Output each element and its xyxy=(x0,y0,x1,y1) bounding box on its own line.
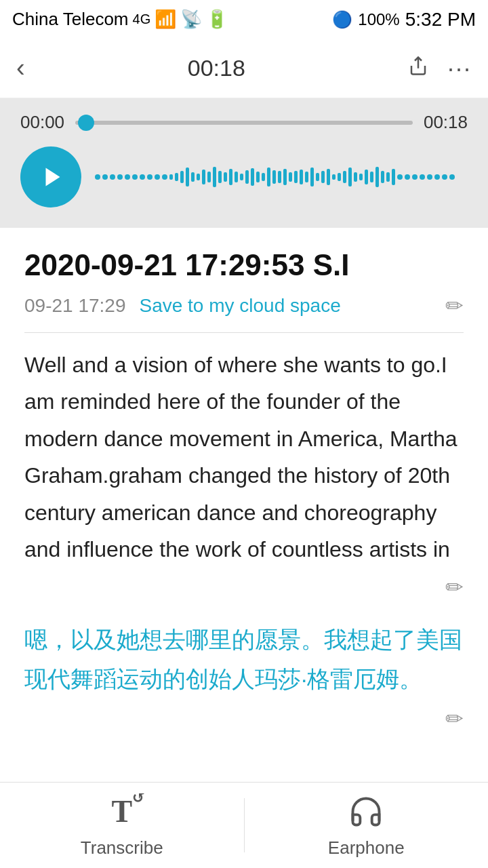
network-icon: 4G xyxy=(133,12,151,27)
bluetooth-icon: 🔵 xyxy=(332,10,352,29)
record-title: 2020-09-21 17:29:53 S.I xyxy=(24,248,464,282)
tab-transcribe[interactable]: T↺ Transcribe xyxy=(0,793,244,859)
signal-icon: 📶 xyxy=(155,9,176,30)
svg-marker-1 xyxy=(46,168,60,186)
earphone-icon xyxy=(347,793,385,831)
progress-track[interactable] xyxy=(75,121,413,125)
status-bar: China Telecom 4G 📶 📡 🔋 🔵 100% 5:32 PM xyxy=(0,0,488,39)
nav-title: 00:18 xyxy=(188,55,245,81)
transcript-english-block: Well and a vision of where she wants to … xyxy=(24,347,464,607)
audio-player: 00:00 00:18 xyxy=(0,98,488,228)
share-button[interactable] xyxy=(408,56,428,81)
progress-thumb[interactable] xyxy=(78,115,94,131)
edit-icon-2[interactable]: ✏ xyxy=(445,574,464,600)
waveform xyxy=(95,157,468,197)
transcript-english-text: Well and a vision of where she wants to … xyxy=(24,347,464,568)
record-date: 09-21 17:29 xyxy=(24,295,125,317)
extra-icons: 🔋 xyxy=(206,9,228,30)
time-label: 5:32 PM xyxy=(405,9,476,31)
play-button[interactable] xyxy=(20,146,81,208)
transcript-chinese-block: 嗯，以及她想去哪里的愿景。我想起了美国现代舞蹈运动的创始人玛莎·格雷厄姆。 ✏ xyxy=(24,620,464,738)
more-button[interactable]: ··· xyxy=(447,54,472,83)
waveform-row xyxy=(20,146,468,208)
transcript-chinese-text: 嗯，以及她想去哪里的愿景。我想起了美国现代舞蹈运动的创始人玛莎·格雷厄姆。 xyxy=(24,620,464,699)
transcribe-icon: T↺ xyxy=(103,793,141,831)
time-start: 00:00 xyxy=(20,112,64,133)
battery-label: 100% xyxy=(358,10,399,29)
content-section: 2020-09-21 17:29:53 S.I 09-21 17:29 Save… xyxy=(0,228,488,759)
back-button[interactable]: ‹ xyxy=(16,54,25,83)
edit-icon-1[interactable]: ✏ xyxy=(445,293,464,319)
carrier-info: China Telecom 4G 📶 📡 🔋 xyxy=(12,9,228,30)
time-end: 00:18 xyxy=(424,112,468,133)
tab-transcribe-label: Transcribe xyxy=(81,837,163,859)
progress-row: 00:00 00:18 xyxy=(20,112,468,133)
status-right: 🔵 100% 5:32 PM xyxy=(332,9,476,31)
edit-icon-3[interactable]: ✏ xyxy=(445,706,464,732)
record-meta: 09-21 17:29 Save to my cloud space ✏ xyxy=(24,293,464,333)
tab-earphone[interactable]: Earphone xyxy=(245,793,489,859)
carrier-name: China Telecom xyxy=(12,9,129,30)
tab-earphone-label: Earphone xyxy=(328,837,405,859)
wifi-icon: 📡 xyxy=(180,9,202,30)
nav-icons: ··· xyxy=(408,54,472,83)
nav-bar: ‹ 00:18 ··· xyxy=(0,39,488,98)
save-to-cloud-link[interactable]: Save to my cloud space xyxy=(139,295,340,317)
tab-bar: T↺ Transcribe Earphone xyxy=(0,782,488,868)
